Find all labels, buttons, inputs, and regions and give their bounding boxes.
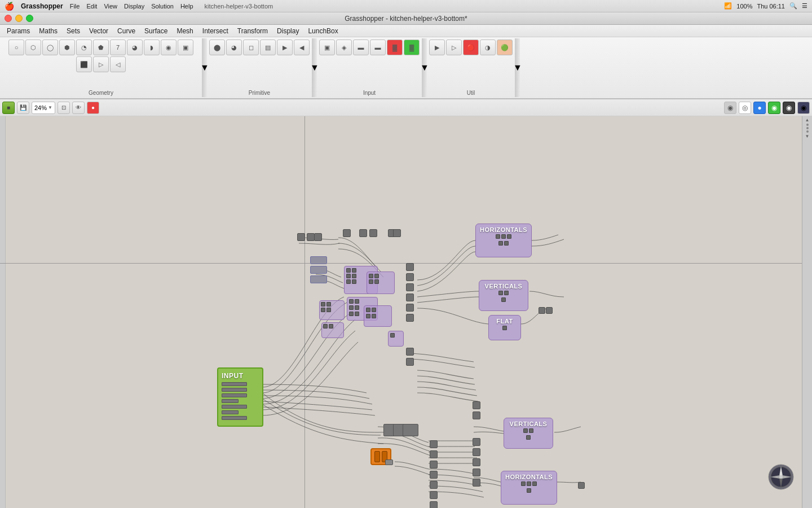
preview-toggle[interactable]: 👁 [72,102,85,114]
apple-menu[interactable]: 🍎 [5,2,14,11]
flat-node[interactable]: FLAT [488,315,521,340]
comp-5[interactable] [359,229,367,237]
comp-l-6[interactable] [430,491,438,499]
input-icon-5[interactable]: ▓ [387,40,403,55]
comp-16[interactable] [406,304,414,312]
geo-icon-9[interactable]: ◗ [144,40,160,55]
comp-l-1[interactable] [430,440,438,448]
geo-icon-11[interactable]: ▣ [178,40,193,55]
nav-btn-blue[interactable]: ● [753,102,766,114]
comp-l-5[interactable] [430,481,438,489]
menu-display[interactable]: Display [124,3,144,10]
util-icon-1[interactable]: ▶ [429,40,445,55]
geo-icon-4[interactable]: ⬢ [59,40,75,55]
menu-solution[interactable]: Solution [151,3,174,10]
geo-icon-13[interactable]: ▷ [93,56,109,72]
horizontals-node-2[interactable]: HORIZONTALS [501,471,557,505]
save-button[interactable]: 💾 [17,102,29,114]
comp-8[interactable] [393,229,401,237]
search-icon[interactable]: 🔍 [789,2,797,10]
menu-sets[interactable]: Sets [62,25,85,37]
menu-lunchbox[interactable]: LunchBox [303,25,342,37]
menu-params[interactable]: Params [2,25,34,37]
prim-icon-6[interactable]: ◀ [294,40,310,55]
nav-btn-white[interactable]: ◎ [739,102,751,114]
comp-18[interactable] [406,348,414,356]
input-node[interactable]: INPUT [217,367,263,427]
comp-4[interactable] [343,229,351,237]
comp-group-7[interactable] [321,322,344,338]
util-icon-5[interactable]: 🟢 [497,40,513,55]
maximize-button[interactable] [26,15,33,22]
prim-icon-1[interactable]: ⬤ [209,40,225,55]
util-icon-2[interactable]: ▷ [446,40,462,55]
comp-9[interactable] [310,256,327,264]
verticals-node-1[interactable]: VERTICALS [479,280,528,311]
comp-15[interactable] [406,294,414,301]
comp-group-4[interactable] [364,305,392,327]
horizontals-node-1[interactable]: HORIZONTALS [475,224,532,257]
comp-r-5[interactable] [473,458,480,466]
comp-r-7[interactable] [473,479,480,487]
menu-file[interactable]: File [70,3,80,10]
nav-btn-extra[interactable]: ◉ [797,102,810,114]
comp-r-4[interactable] [473,448,480,456]
comp-l-7[interactable] [430,501,438,508]
scroll-down[interactable]: ▼ [805,134,810,139]
input-icon-1[interactable]: ▣ [319,40,335,55]
record-button[interactable]: ● [87,102,99,114]
menu-maths[interactable]: Maths [34,25,62,37]
comp-13[interactable] [406,273,414,281]
menu-intersect[interactable]: Intersect [198,25,233,37]
comp-r-3[interactable] [473,438,480,446]
comp-group-2[interactable] [367,271,395,294]
close-button[interactable] [5,15,12,22]
zoom-down-arrow[interactable]: ▼ [48,105,52,110]
input-icon-3[interactable]: ▬ [353,40,369,55]
comp-19[interactable] [406,358,414,366]
input-icon-4[interactable]: ▬ [370,40,386,55]
comp-group-6[interactable] [319,300,345,320]
comp-r-1[interactable] [473,401,480,409]
menu-edit[interactable]: Edit [86,3,97,10]
comp-l-4[interactable] [430,471,438,479]
prim-icon-4[interactable]: ▤ [260,40,276,55]
comp-10[interactable] [310,266,327,274]
comp-lower-3[interactable] [403,424,418,436]
nav-btn-green[interactable]: ◉ [768,102,780,114]
util-icon-4[interactable]: ◑ [480,40,496,55]
port-right-2[interactable] [546,307,553,314]
menu-vector[interactable]: Vector [85,25,113,37]
menu-transform[interactable]: Transform [233,25,272,37]
comp-6[interactable] [369,229,377,237]
geo-icon-10[interactable]: ◉ [161,40,176,55]
comp-l-2[interactable] [430,450,438,458]
geo-icon-1[interactable]: ○ [8,40,24,55]
comp-17[interactable] [406,314,414,322]
new-doc-button[interactable]: ■ [2,102,15,114]
verticals-node-2[interactable]: VERTICALS [504,418,553,449]
input-icon-6[interactable]: ▓ [404,40,420,55]
scroll-up[interactable]: ▲ [805,117,810,122]
comp-r-2[interactable] [473,411,480,419]
comp-14[interactable] [406,283,414,291]
notification-icon[interactable]: ☰ [802,2,807,10]
prim-icon-3[interactable]: ◻ [243,40,259,55]
menu-surface[interactable]: Surface [140,25,172,37]
fit-button[interactable]: ⊡ [58,102,70,114]
comp-12[interactable] [406,263,414,271]
comp-group-5[interactable] [388,331,404,347]
menu-help[interactable]: Help [180,3,193,10]
geo-icon-2[interactable]: ⬡ [25,40,41,55]
minimize-button[interactable] [15,15,23,22]
util-icon-3[interactable]: 🔴 [463,40,479,55]
comp-11[interactable] [310,275,327,283]
canvas[interactable]: INPUT [0,116,812,508]
nav-btn-dark[interactable]: ◉ [783,102,795,114]
geo-icon-7[interactable]: 7 [110,40,126,55]
comp-l-3[interactable] [430,461,438,468]
comp-2[interactable] [307,233,315,241]
menu-view[interactable]: View [104,3,117,10]
geo-icon-6[interactable]: ⬟ [93,40,109,55]
canvas-area[interactable]: INPUT [0,116,812,508]
